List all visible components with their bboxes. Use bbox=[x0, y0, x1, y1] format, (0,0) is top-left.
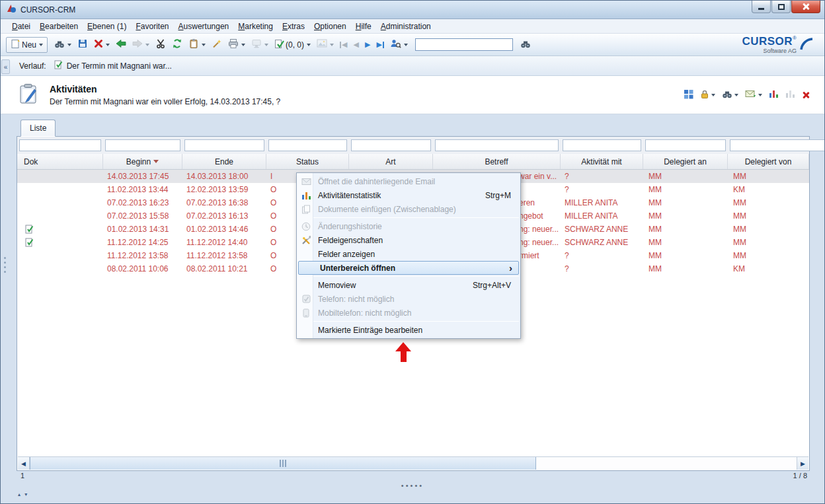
menu-extras[interactable]: Extras bbox=[278, 20, 309, 32]
find-button[interactable] bbox=[518, 38, 533, 52]
cut-button[interactable] bbox=[153, 37, 168, 52]
statistics-disabled-button[interactable] bbox=[785, 89, 795, 100]
nav-last-button[interactable]: ▶ bbox=[374, 40, 385, 50]
caret-down-icon bbox=[734, 94, 738, 96]
context-menu-item-markierte-eintraege-bearbeiten[interactable]: Markierte Einträge bearbeiten bbox=[297, 323, 520, 337]
context-menu-item-memoview[interactable]: MemoviewStrg+Alt+V bbox=[297, 278, 520, 292]
menu-marketing[interactable]: Marketing bbox=[233, 20, 278, 32]
context-menu-item-feldeigenschaften[interactable]: Feldeigenschaften bbox=[297, 233, 520, 247]
quick-search-input[interactable] bbox=[415, 38, 513, 51]
lock-button[interactable] bbox=[700, 89, 715, 101]
cut-icon bbox=[155, 38, 166, 51]
column-header-delegiert_von[interactable]: Delegiert von bbox=[728, 154, 809, 169]
wand-button[interactable] bbox=[210, 37, 224, 52]
menu-administration[interactable]: Administration bbox=[376, 20, 436, 32]
cell-ende: 11.12.2012 14:40 bbox=[182, 236, 266, 249]
statistics-button[interactable] bbox=[769, 89, 779, 100]
close-button[interactable] bbox=[791, 1, 820, 13]
grid-view-button[interactable] bbox=[684, 89, 693, 101]
cell-dok bbox=[17, 262, 103, 275]
status-left: 1 bbox=[20, 472, 24, 480]
filter-input-art[interactable] bbox=[351, 139, 431, 151]
menu-favoriten[interactable]: Favoriten bbox=[131, 20, 173, 32]
menu-optionen[interactable]: Optionen bbox=[309, 20, 351, 32]
column-header-art[interactable]: Art bbox=[349, 154, 433, 169]
selection-count-button[interactable]: (0, 0) bbox=[272, 38, 313, 52]
filter-input-status[interactable] bbox=[268, 139, 347, 151]
menu-ebenen-1[interactable]: Ebenen (1) bbox=[83, 20, 131, 32]
undo-button[interactable] bbox=[114, 37, 128, 52]
scroll-left-button[interactable]: ◀ bbox=[18, 457, 30, 470]
filter-input-aktivitaet_mit[interactable] bbox=[563, 139, 641, 151]
horizontal-scrollbar[interactable]: ◀ ▶ bbox=[18, 456, 808, 470]
cell-dok bbox=[17, 249, 103, 262]
menu-separator bbox=[298, 276, 519, 277]
toolbar: Neu bbox=[1, 34, 824, 56]
save-button[interactable] bbox=[75, 37, 90, 52]
history-bar: Verlauf: Der Termin mit Magnani war... bbox=[1, 56, 824, 76]
search-button[interactable] bbox=[52, 38, 73, 52]
context-menu-item-felder-anzeigen[interactable]: Felder anzeigen bbox=[297, 247, 520, 261]
filter-input-dok[interactable] bbox=[19, 139, 101, 151]
column-header-betreff[interactable]: Betreff bbox=[433, 154, 561, 169]
column-header-ende[interactable]: Ende bbox=[182, 154, 266, 169]
redo-button[interactable] bbox=[130, 37, 151, 52]
column-header-status[interactable]: Status bbox=[266, 154, 349, 169]
filter-input-ende[interactable] bbox=[184, 139, 264, 151]
left-splitter-grip[interactable] bbox=[4, 257, 6, 273]
caret-down-icon bbox=[202, 44, 206, 46]
nav-previous-button[interactable]: ◀ bbox=[352, 40, 361, 50]
refresh-button[interactable] bbox=[170, 37, 184, 52]
cell-dok bbox=[17, 170, 103, 183]
header-search-button[interactable] bbox=[722, 89, 738, 101]
nav-next-button[interactable]: ▶ bbox=[363, 40, 372, 50]
column-header-dok[interactable]: Dok bbox=[17, 154, 103, 169]
bottom-splitter[interactable]: ••••• bbox=[1, 480, 824, 491]
cell-beginn: 07.02.2013 16:23 bbox=[103, 196, 182, 209]
filter-input-betreff[interactable] bbox=[435, 139, 559, 151]
cell-beginn: 11.12.2012 14:25 bbox=[103, 236, 182, 249]
person-search-icon bbox=[390, 38, 401, 51]
menu-datei[interactable]: Datei bbox=[7, 20, 35, 32]
column-header-aktivitaet_mit[interactable]: Aktivität mit bbox=[561, 154, 643, 169]
context-menu-item-unterbereich-oeffnen[interactable]: Unterbereich öffnen› bbox=[298, 261, 519, 275]
filter-input-beginn[interactable] bbox=[105, 139, 180, 151]
grid-icon bbox=[684, 89, 693, 101]
history-entry-label: Der Termin mit Magnani war... bbox=[67, 61, 172, 71]
delete-button[interactable] bbox=[92, 38, 112, 52]
column-label: Dok bbox=[24, 157, 38, 166]
document-check-icon bbox=[25, 225, 34, 234]
nav-first-button[interactable]: ◀ bbox=[338, 40, 349, 50]
clipboard-button[interactable] bbox=[186, 37, 208, 52]
scrollbar-thumb[interactable] bbox=[30, 457, 536, 470]
menu-item-label: Dokumente einfügen (Zwischenablage) bbox=[318, 205, 456, 214]
bottom-expand-buttons[interactable]: ▴ ▾ bbox=[18, 491, 28, 497]
new-button[interactable]: Neu bbox=[6, 37, 48, 53]
scroll-right-button[interactable]: ▶ bbox=[797, 457, 808, 470]
menu-item-label: Aktivitätenstatistik bbox=[318, 191, 381, 200]
print-button[interactable] bbox=[226, 37, 247, 52]
column-label: Delegiert von bbox=[745, 157, 792, 166]
history-entry[interactable]: Der Termin mit Magnani war... bbox=[54, 60, 172, 71]
context-menu-item-aktivitaetenstatistik[interactable]: AktivitätenstatistikStrg+M bbox=[297, 188, 520, 202]
column-label: Ende bbox=[215, 157, 233, 166]
menu-auswertungen[interactable]: Auswertungen bbox=[174, 20, 234, 32]
tab-liste[interactable]: Liste bbox=[20, 120, 56, 137]
image-button[interactable] bbox=[315, 38, 336, 52]
menu-bearbeiten[interactable]: Bearbeiten bbox=[35, 20, 83, 32]
column-header-beginn[interactable]: Beginn bbox=[103, 154, 182, 169]
minimize-button[interactable] bbox=[752, 1, 771, 13]
binoculars-icon bbox=[54, 39, 65, 51]
screen-button[interactable] bbox=[249, 37, 270, 52]
cell-ende: 08.02.2011 10:21 bbox=[182, 262, 266, 275]
close-view-button[interactable] bbox=[802, 91, 810, 99]
filter-input-delegiert_an[interactable] bbox=[645, 139, 726, 151]
collapse-panel-button[interactable]: « bbox=[1, 59, 10, 74]
export-button[interactable] bbox=[745, 89, 762, 100]
menu-hilfe[interactable]: Hilfe bbox=[351, 20, 376, 32]
maximize-button[interactable] bbox=[771, 1, 791, 13]
filter-input-delegiert_von[interactable] bbox=[730, 139, 825, 151]
column-header-delegiert_an[interactable]: Delegiert an bbox=[643, 154, 728, 169]
person-search-button[interactable] bbox=[388, 37, 410, 52]
statistics-icon bbox=[298, 191, 314, 200]
